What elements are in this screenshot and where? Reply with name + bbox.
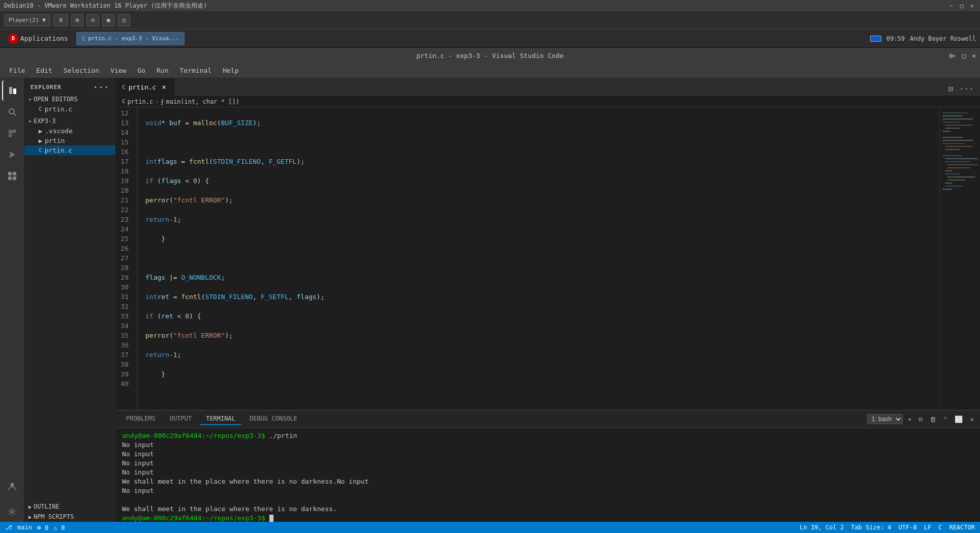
svg-rect-22 (942, 137, 963, 138)
vm-tool-4[interactable]: ◫ (118, 14, 131, 26)
status-line-ending[interactable]: LF (924, 524, 931, 531)
code-content[interactable]: void* buf = malloc(BUF_SIZE); int flags … (137, 107, 939, 410)
terminal-content[interactable]: andy@am-000c29af6484:~/repos/exp3-3$ ./p… (116, 428, 980, 522)
status-errors[interactable]: ⊗ 0 (37, 524, 48, 531)
vm-tool-1[interactable]: ⊞ (71, 14, 84, 26)
player-label: Player(2) ▼ (9, 17, 46, 23)
activity-account[interactable] (2, 476, 22, 496)
status-branch[interactable]: main (17, 524, 32, 531)
status-lang[interactable]: C (938, 524, 942, 531)
outline-label: OUTLINE (34, 503, 59, 510)
split-editor-btn[interactable]: ⊟ (946, 82, 955, 96)
activity-extensions[interactable] (2, 166, 22, 186)
svg-rect-12 (13, 176, 16, 180)
status-encoding[interactable]: UTF-8 (899, 524, 917, 531)
outline-chevron: ▶ (28, 504, 32, 510)
project-section[interactable]: ▾ EXP3-3 (24, 116, 115, 126)
vm-minimize-btn[interactable]: − (947, 2, 956, 10)
panel-close-btn[interactable]: ✕ (968, 414, 976, 424)
open-editors-section[interactable]: ▾ OPEN EDITORS (24, 94, 115, 104)
sidebar-file-name: prtin.c (45, 146, 73, 154)
taskbar-right: 09:59 Andy Bayer Roswell (870, 35, 976, 42)
vscode-win-max[interactable]: □ (962, 52, 966, 60)
status-tab-size[interactable]: Tab Size: 4 (851, 524, 891, 531)
tab-terminal[interactable]: TERMINAL (200, 413, 241, 425)
editor-area: C prtin.c × ⊟ ··· C prtin.c › ⨍ main(int… (116, 78, 980, 522)
sidebar-more-btn[interactable]: ··· (93, 82, 109, 92)
taskbar-time: 09:59 (886, 35, 905, 42)
more-actions-btn[interactable]: ··· (957, 82, 976, 96)
menu-terminal[interactable]: Terminal (175, 65, 217, 76)
sidebar-prtin-file[interactable]: C prtin.c (24, 145, 115, 155)
activity-run[interactable] (2, 144, 22, 165)
svg-rect-18 (942, 122, 960, 123)
outline-section[interactable]: ▶ OUTLINE (24, 501, 115, 512)
activity-source-control[interactable] (2, 123, 22, 143)
menu-help[interactable]: Help (218, 65, 243, 76)
vscode-win-close[interactable]: ✕ (972, 52, 976, 60)
breadcrumb-symbol-icon: ⨍ (161, 98, 164, 105)
branch-icon: ⎇ (5, 524, 12, 531)
pause-btn[interactable]: ⏸ (53, 14, 68, 26)
panel-collapse-btn[interactable]: ⌃ (941, 414, 950, 424)
panel-maximize-btn[interactable]: ⬜ (953, 414, 965, 424)
menu-go[interactable]: Go (132, 65, 150, 76)
menu-edit[interactable]: Edit (31, 65, 57, 76)
vscode-main: EXPLORER ··· ▾ OPEN EDITORS C prtin.c ▾ … (0, 78, 980, 522)
vscode-win-min[interactable]: ⧐ (949, 52, 956, 60)
terminal-line-4: No input (122, 459, 974, 468)
file-c-icon-sidebar: C (39, 147, 42, 154)
sidebar-vscode-folder[interactable]: ▶ .vscode (24, 126, 115, 136)
taskbar-vscode-item[interactable]: C prtin.c - exp3-3 - Visua... (76, 32, 185, 45)
menu-view[interactable]: View (105, 65, 131, 76)
tab-prtin[interactable]: C prtin.c × (116, 78, 175, 96)
panel-tabs: PROBLEMS OUTPUT TERMINAL DEBUG CONSOLE 1… (116, 410, 980, 428)
sidebar-prtin-folder[interactable]: ▶ prtin (24, 136, 115, 145)
sidebar-header: EXPLORER ··· (24, 78, 115, 94)
terminal-line-8: We shall meet in the place where there i… (122, 505, 974, 514)
status-warnings[interactable]: ⚠ 0 (53, 524, 65, 531)
svg-rect-37 (945, 186, 963, 187)
terminal-line-1: andy@am-000c29af6484:~/repos/exp3-3$ ./p… (122, 431, 974, 440)
vm-titlebar-controls: − □ ✕ (947, 2, 976, 10)
terminal-line-2: No input (122, 440, 974, 450)
vm-title: Debian10 - VMware Workstation 16 Player … (4, 2, 207, 10)
activity-search[interactable] (2, 102, 22, 122)
breadcrumb-symbol[interactable]: main(int, char * []) (166, 98, 239, 105)
status-ln-col[interactable]: Ln 39, Col 2 (800, 524, 844, 531)
vm-tool-icon-4: ◫ (122, 17, 126, 23)
tab-actions: ⊟ ··· (946, 82, 980, 96)
terminal-line-7: No input (122, 486, 974, 495)
breadcrumb-file[interactable]: prtin.c (128, 98, 154, 105)
apps-menu-btn[interactable]: D Applications (4, 32, 72, 46)
player-btn[interactable]: Player(2) ▼ (4, 14, 50, 26)
svg-rect-32 (945, 170, 953, 171)
vm-tool-3[interactable]: ▣ (102, 14, 115, 26)
tab-problems[interactable]: PROBLEMS (120, 413, 162, 425)
activity-settings[interactable] (2, 501, 22, 522)
tab-debug-console[interactable]: DEBUG CONSOLE (243, 413, 303, 425)
open-editor-prtin[interactable]: C prtin.c (24, 104, 115, 114)
terminal-cmd-2[interactable] (269, 514, 273, 522)
shell-select[interactable]: 1: bash (867, 414, 903, 424)
panel-split-btn[interactable]: ⊟ (917, 414, 925, 424)
tab-output[interactable]: OUTPUT (164, 413, 198, 425)
terminal-line-9: andy@am-000c29af6484:~/repos/exp3-3$ (122, 514, 974, 522)
npm-scripts-chevron: ▶ (28, 514, 32, 520)
menu-run[interactable]: Run (151, 65, 173, 76)
status-feedback[interactable]: REACTOR (949, 524, 975, 531)
tab-bar: C prtin.c × ⊟ ··· (116, 78, 980, 96)
tab-close-btn[interactable]: × (159, 82, 168, 92)
activity-explorer[interactable] (2, 80, 22, 101)
panel-trash-btn[interactable]: 🗑 (928, 414, 938, 424)
apps-label: Applications (20, 35, 68, 42)
vm-tool-2[interactable]: ⊡ (86, 14, 99, 26)
panel-add-btn[interactable]: + (906, 414, 914, 424)
menu-file[interactable]: File (4, 65, 30, 76)
npm-scripts-section[interactable]: ▶ NPM SCRIPTS (24, 512, 115, 522)
vscode-titlebar: prtin.c - exp3-3 - Visual Studio Code ⧐ … (0, 48, 980, 63)
svg-point-6 (9, 134, 11, 137)
vm-maximize-btn[interactable]: □ (958, 2, 966, 10)
vm-close-btn[interactable]: ✕ (968, 2, 976, 10)
menu-selection[interactable]: Selection (58, 65, 104, 76)
